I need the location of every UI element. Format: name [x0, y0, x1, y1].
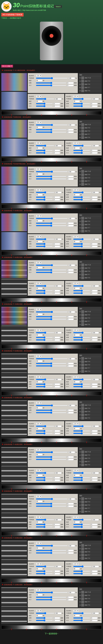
- blend-mode-select[interactable]: 正常: [36, 448, 42, 451]
- distance-slider[interactable]: [73, 103, 90, 105]
- size-slider[interactable]: [36, 505, 66, 507]
- distance-slider[interactable]: [36, 362, 66, 364]
- opacity-input[interactable]: [55, 332, 62, 334]
- opacity-slider[interactable]: [36, 519, 54, 521]
- distance-input[interactable]: [67, 550, 74, 552]
- angle-input[interactable]: [36, 615, 42, 616]
- layer-row[interactable]: 👁表链-下-7: [79, 86, 101, 89]
- angle-input[interactable]: [36, 500, 42, 502]
- blend-mode-select[interactable]: 正常: [36, 610, 42, 612]
- blend-mode-select[interactable]: 正常: [36, 376, 42, 378]
- layer-row[interactable]: 👁表链-下-6: [79, 463, 101, 466]
- size-slider[interactable]: [36, 84, 66, 86]
- opacity-slider[interactable]: [36, 404, 68, 406]
- distance-input[interactable]: [91, 477, 97, 479]
- blend-mode-select[interactable]: 正常: [73, 469, 79, 472]
- distance-slider[interactable]: [73, 243, 90, 245]
- distance-slider[interactable]: [36, 222, 66, 224]
- size-input[interactable]: [67, 505, 74, 507]
- distance-slider[interactable]: [36, 617, 53, 619]
- gradient-editor[interactable]: [1, 532, 102, 536]
- angle-input[interactable]: [36, 521, 42, 523]
- opacity-input[interactable]: [92, 472, 99, 474]
- blend-mode-select[interactable]: 正常: [73, 95, 79, 98]
- opacity-slider[interactable]: [73, 145, 92, 147]
- blend-mode-select[interactable]: 正常: [73, 610, 79, 612]
- distance-input[interactable]: [67, 456, 74, 458]
- angle-input[interactable]: [73, 568, 80, 570]
- blend-mode-select[interactable]: 正常: [36, 469, 42, 472]
- angle-input[interactable]: [36, 568, 42, 570]
- layer-row[interactable]: 👁表链-下-7: [79, 507, 101, 510]
- layer-row[interactable]: 👁表链-下-6: [79, 323, 101, 326]
- layer-row[interactable]: 👁表链-下-10: [79, 264, 101, 266]
- gradient-editor[interactable]: [1, 298, 102, 302]
- size-input[interactable]: [67, 552, 74, 554]
- size-slider[interactable]: [36, 526, 53, 528]
- blend-mode-select[interactable]: 正常: [73, 189, 79, 191]
- distance-slider[interactable]: [73, 524, 90, 526]
- size-input[interactable]: [67, 84, 74, 86]
- gradient-editor[interactable]: [1, 578, 102, 582]
- distance-slider[interactable]: [73, 430, 90, 432]
- opacity-input[interactable]: [92, 425, 99, 427]
- layer-row[interactable]: 👁表链-下-6: [79, 136, 101, 139]
- size-slider[interactable]: [36, 339, 53, 341]
- angle-input[interactable]: [36, 594, 42, 596]
- size-slider[interactable]: [36, 552, 66, 554]
- opacity-slider[interactable]: [36, 451, 68, 453]
- distance-slider[interactable]: [73, 617, 90, 619]
- size-input[interactable]: [91, 386, 97, 388]
- layer-row[interactable]: 👁表链-下-6: [79, 230, 101, 233]
- angle-input[interactable]: [36, 194, 42, 196]
- opacity-input[interactable]: [92, 612, 99, 614]
- angle-input[interactable]: [36, 474, 42, 476]
- size-input[interactable]: [91, 105, 97, 107]
- opacity-slider[interactable]: [36, 145, 54, 147]
- blend-mode-select[interactable]: 正常: [73, 376, 79, 378]
- distance-input[interactable]: [67, 129, 74, 131]
- blend-mode-select[interactable]: 正常: [36, 402, 42, 404]
- size-input[interactable]: [91, 246, 97, 248]
- opacity-input[interactable]: [55, 612, 62, 614]
- opacity-input[interactable]: [92, 519, 99, 521]
- distance-slider[interactable]: [36, 176, 66, 178]
- size-slider[interactable]: [36, 573, 53, 575]
- size-input[interactable]: [67, 131, 74, 133]
- size-input[interactable]: [91, 573, 97, 575]
- distance-slider[interactable]: [73, 477, 90, 479]
- blend-mode-select[interactable]: 正常: [73, 142, 79, 144]
- size-slider[interactable]: [36, 152, 53, 154]
- size-slider[interactable]: [36, 272, 66, 274]
- opacity-input[interactable]: [68, 545, 75, 547]
- distance-input[interactable]: [54, 196, 60, 198]
- opacity-slider[interactable]: [36, 218, 68, 220]
- layer-row[interactable]: 👁表链-下-10: [79, 450, 101, 454]
- size-input[interactable]: [67, 458, 74, 460]
- opacity-slider[interactable]: [36, 612, 54, 614]
- opacity-slider[interactable]: [73, 98, 92, 100]
- angle-input[interactable]: [36, 80, 42, 82]
- layer-row[interactable]: 👁表链-下-10: [79, 170, 101, 173]
- opacity-input[interactable]: [68, 451, 75, 453]
- layer-row[interactable]: 👁表链-下-9: [79, 126, 101, 130]
- angle-input[interactable]: [36, 220, 42, 222]
- angle-input[interactable]: [73, 428, 80, 430]
- angle-input[interactable]: [73, 194, 80, 196]
- distance-slider[interactable]: [36, 383, 53, 385]
- layer-row[interactable]: 👁表链-下-9: [79, 173, 101, 176]
- distance-input[interactable]: [67, 269, 74, 271]
- distance-slider[interactable]: [36, 82, 66, 84]
- angle-input[interactable]: [73, 100, 80, 102]
- size-slider[interactable]: [73, 386, 90, 388]
- opacity-slider[interactable]: [73, 378, 92, 380]
- distance-input[interactable]: [91, 290, 97, 292]
- distance-input[interactable]: [67, 596, 74, 598]
- size-slider[interactable]: [36, 131, 66, 133]
- blend-mode-select[interactable]: 正常: [73, 516, 79, 518]
- gradient-editor[interactable]: [1, 625, 102, 629]
- layer-row[interactable]: 👁表链-下-9: [79, 594, 101, 597]
- opacity-input[interactable]: [55, 145, 62, 147]
- opacity-input[interactable]: [68, 218, 75, 220]
- distance-input[interactable]: [67, 503, 74, 505]
